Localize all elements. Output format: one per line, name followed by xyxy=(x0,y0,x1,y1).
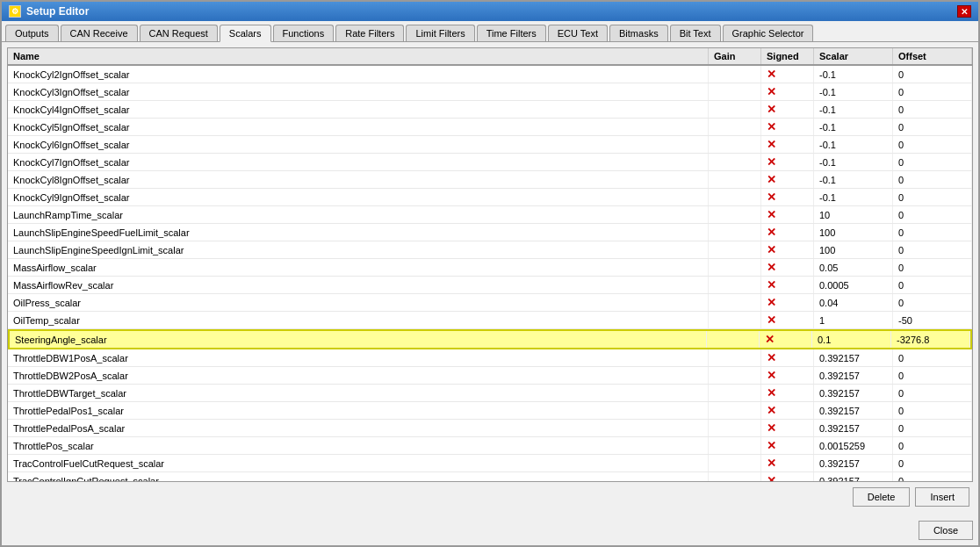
tab-scalars[interactable]: Scalars xyxy=(220,25,271,42)
table-row[interactable]: KnockCyl8IgnOffset_scalar✕-0.10 xyxy=(8,171,972,189)
tab-ecu-text[interactable]: ECU Text xyxy=(548,25,608,41)
row-signed: ✕ xyxy=(761,349,814,366)
table-row[interactable]: KnockCyl7IgnOffset_scalar✕-0.10 xyxy=(8,154,972,171)
table-row[interactable]: TracControlFuelCutRequest_scalar✕0.39215… xyxy=(8,455,972,472)
signed-x-icon: ✕ xyxy=(767,68,776,81)
row-gain xyxy=(709,420,761,436)
row-signed: ✕ xyxy=(761,294,814,311)
tab-can-receive[interactable]: CAN Receive xyxy=(61,25,138,41)
signed-x-icon: ✕ xyxy=(765,333,775,346)
row-name: KnockCyl4IgnOffset_scalar xyxy=(8,101,709,118)
row-name: ThrottlePos_scalar xyxy=(8,437,709,454)
row-name: MassAirflowRev_scalar xyxy=(8,277,709,293)
table-row[interactable]: LaunchSlipEngineSpeedIgnLimit_scalar✕100… xyxy=(8,241,972,259)
row-scalar: 0.392157 xyxy=(814,349,893,366)
table-row[interactable]: ThrottleDBWTarget_scalar✕0.3921570 xyxy=(8,385,972,402)
row-offset: 0 xyxy=(893,349,972,366)
row-offset: 0 xyxy=(893,259,972,276)
table-row[interactable]: OilPress_scalar✕0.040 xyxy=(8,294,972,312)
signed-x-icon: ✕ xyxy=(767,439,776,452)
app-icon: ⚙ xyxy=(9,5,21,18)
tab-bitmasks[interactable]: Bitmasks xyxy=(609,25,668,41)
row-offset: 0 xyxy=(893,206,972,223)
row-offset: 0 xyxy=(893,189,972,205)
row-gain xyxy=(709,455,761,471)
delete-button[interactable]: Delete xyxy=(853,487,911,507)
table-row[interactable]: LaunchSlipEngineSpeedFuelLimit_scalar✕10… xyxy=(8,224,972,241)
row-scalar: -0.1 xyxy=(814,66,893,83)
window-close-button[interactable]: ✕ xyxy=(957,5,971,18)
row-scalar: 0.392157 xyxy=(814,472,893,481)
row-name: ThrottleDBW2PosA_scalar xyxy=(8,367,709,384)
table-row[interactable]: ThrottlePedalPosA_scalar✕0.3921570 xyxy=(8,420,972,437)
table-row[interactable]: SteeringAngle_scalar✕0.1-3276.8 xyxy=(8,329,972,349)
row-gain xyxy=(709,189,761,205)
row-name: LaunchRampTime_scalar xyxy=(8,206,709,223)
table-row[interactable]: MassAirflow_scalar✕0.050 xyxy=(8,259,972,277)
tab-limit-filters[interactable]: Limit Filters xyxy=(406,25,474,41)
signed-x-icon: ✕ xyxy=(767,404,776,417)
row-name: KnockCyl7IgnOffset_scalar xyxy=(8,154,709,170)
table-row[interactable]: KnockCyl2IgnOffset_scalar✕-0.10 xyxy=(8,66,972,83)
table-row[interactable]: KnockCyl4IgnOffset_scalar✕-0.10 xyxy=(8,101,972,119)
tab-functions[interactable]: Functions xyxy=(273,25,335,41)
row-scalar: 0.392157 xyxy=(814,367,893,384)
row-offset: 0 xyxy=(893,472,972,481)
row-offset: 0 xyxy=(893,294,972,311)
signed-x-icon: ✕ xyxy=(767,278,776,291)
row-gain xyxy=(709,349,761,366)
row-signed: ✕ xyxy=(761,312,814,328)
table-row[interactable]: KnockCyl3IgnOffset_scalar✕-0.10 xyxy=(8,83,972,101)
row-scalar: 0.0005 xyxy=(814,277,893,293)
row-scalar: 100 xyxy=(814,224,893,241)
title-bar-left: ⚙ Setup Editor xyxy=(9,5,89,18)
row-name: KnockCyl3IgnOffset_scalar xyxy=(8,83,709,100)
col-scalar: Scalar xyxy=(814,48,893,64)
tab-graphic-selector[interactable]: Graphic Selector xyxy=(723,25,814,41)
table-row[interactable]: MassAirflowRev_scalar✕0.00050 xyxy=(8,277,972,294)
row-signed: ✕ xyxy=(761,119,814,135)
table-row[interactable]: KnockCyl9IgnOffset_scalar✕-0.10 xyxy=(8,189,972,206)
row-name: KnockCyl9IgnOffset_scalar xyxy=(8,189,709,205)
row-offset: 0 xyxy=(893,402,972,419)
tab-bit-text[interactable]: Bit Text xyxy=(670,25,721,41)
row-gain xyxy=(709,472,761,481)
tab-can-request[interactable]: CAN Request xyxy=(140,25,218,41)
row-scalar: 1 xyxy=(814,312,893,328)
table-row[interactable]: KnockCyl6IgnOffset_scalar✕-0.10 xyxy=(8,136,972,154)
row-scalar: 0.05 xyxy=(814,259,893,276)
row-signed: ✕ xyxy=(761,206,814,223)
table-row[interactable]: KnockCyl5IgnOffset_scalar✕-0.10 xyxy=(8,119,972,136)
row-name: ThrottleDBWTarget_scalar xyxy=(8,385,709,401)
action-buttons: Delete Insert xyxy=(7,482,973,512)
table-row[interactable]: ThrottleDBW2PosA_scalar✕0.3921570 xyxy=(8,367,972,385)
table-row[interactable]: TracControlIgnCutRequest_scalar✕0.392157… xyxy=(8,472,972,481)
row-scalar: 10 xyxy=(814,206,893,223)
signed-x-icon: ✕ xyxy=(767,296,776,309)
row-scalar: -0.1 xyxy=(814,119,893,135)
table-row[interactable]: OilTemp_scalar✕1-50 xyxy=(8,312,972,329)
signed-x-icon: ✕ xyxy=(767,421,776,435)
signed-x-icon: ✕ xyxy=(767,457,776,470)
tab-outputs[interactable]: Outputs xyxy=(5,25,59,41)
signed-x-icon: ✕ xyxy=(767,369,776,382)
table-row[interactable]: ThrottlePos_scalar✕0.00152590 xyxy=(8,437,972,455)
table-row[interactable]: LaunchRampTime_scalar✕100 xyxy=(8,206,972,224)
tab-rate-filters[interactable]: Rate Filters xyxy=(335,25,404,41)
row-scalar: 0.392157 xyxy=(814,420,893,436)
insert-button[interactable]: Insert xyxy=(915,487,969,507)
row-signed: ✕ xyxy=(761,259,814,276)
col-signed: Signed xyxy=(761,48,814,64)
row-gain xyxy=(709,241,761,258)
table-row[interactable]: ThrottlePedalPos1_scalar✕0.3921570 xyxy=(8,402,972,420)
row-signed: ✕ xyxy=(761,189,814,205)
signed-x-icon: ✕ xyxy=(767,173,776,186)
row-signed: ✕ xyxy=(761,455,814,471)
close-button[interactable]: Close xyxy=(919,521,973,540)
row-name: MassAirflow_scalar xyxy=(8,259,709,276)
signed-x-icon: ✕ xyxy=(767,120,776,133)
row-offset: 0 xyxy=(893,136,972,153)
table-row[interactable]: ThrottleDBW1PosA_scalar✕0.3921570 xyxy=(8,349,972,367)
tab-time-filters[interactable]: Time Filters xyxy=(477,25,546,41)
row-offset: 0 xyxy=(893,101,972,118)
